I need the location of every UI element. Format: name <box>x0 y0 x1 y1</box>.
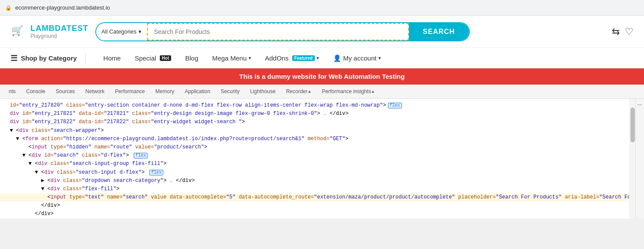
logo-cart-icon: 🛒 <box>10 21 29 42</box>
browser-bar: 🔒 ecommerce-playground.lambdatest.io <box>0 0 644 16</box>
nav-mega-menu[interactable]: Mega Menu ▾ <box>205 48 258 69</box>
perf-insights-badge: ▲ <box>371 89 375 94</box>
nav-bar: ☰ Shop by Category Home Special Hot Blog… <box>0 47 644 68</box>
flex-badge-2[interactable]: flex <box>134 153 148 158</box>
code-line-1: id="entry_217820" class="entry-section c… <box>0 101 629 110</box>
wishlist-icon[interactable]: ♡ <box>625 26 634 37</box>
tab-memory[interactable]: Memory <box>150 85 179 99</box>
code-area[interactable]: id="entry_217820" class="entry-section c… <box>0 99 629 219</box>
search-input[interactable] <box>147 23 409 40</box>
right-panel: } <box>635 99 644 219</box>
code-line-9: ▼ <div class="search-input d-flex"> flex <box>0 168 629 177</box>
header: 🛒 LAMBDATEST Playground All Categories ▾… <box>0 16 644 47</box>
tab-security[interactable]: Security <box>216 85 245 99</box>
svg-text:🛒: 🛒 <box>11 25 24 37</box>
shop-by-category-label: Shop by Category <box>21 54 77 62</box>
code-line-8: ▼ <div class="search-input-group flex-fi… <box>0 160 629 168</box>
addons-arrow-icon: ▾ <box>317 55 319 61</box>
nav-home-label: Home <box>103 54 121 62</box>
code-line-7: ▼ <div id="search" class="d-flex"> flex <box>0 151 629 160</box>
nav-special[interactable]: Special Hot <box>128 48 178 69</box>
code-line-6: <input type="hidden" name="route" value=… <box>0 143 629 151</box>
promo-banner-text: This is a dummy website for Web Automati… <box>239 73 405 80</box>
scrollbar-thumb <box>631 108 635 142</box>
code-line-4: ▼ <div class="search-wrapper"> <box>0 127 629 135</box>
code-line-14: </div> <box>0 210 629 218</box>
code-line-11: ▼ <div class="flex-fill"> <box>0 185 629 193</box>
logo-playground: Playground <box>30 33 88 39</box>
devtools: nts Console Sources Network Performance … <box>0 84 644 219</box>
nav-special-label: Special <box>135 54 156 62</box>
website: 🛒 LAMBDATEST Playground All Categories ▾… <box>0 16 644 84</box>
nav-blog-label: Blog <box>185 54 198 62</box>
tab-recorder[interactable]: Recorder ▲ <box>281 85 317 99</box>
tab-elements[interactable]: nts <box>3 85 21 99</box>
logo-area: 🛒 LAMBDATEST Playground <box>10 21 88 42</box>
devtools-content: id="entry_217820" class="entry-section c… <box>0 99 644 219</box>
logo-text: LAMBDATEST Playground <box>30 24 88 39</box>
hot-badge: Hot <box>160 55 172 61</box>
search-button[interactable]: SEARCH <box>409 23 469 40</box>
code-line-13: </div> <box>0 202 629 210</box>
mega-menu-arrow-icon: ▾ <box>249 55 251 61</box>
back-forward-icon[interactable]: ⇆ <box>612 26 620 37</box>
tab-performance[interactable]: Performance <box>110 85 150 99</box>
category-label: All Categories <box>101 28 137 35</box>
lock-icon: 🔒 <box>5 5 12 11</box>
flex-badge-3[interactable]: flex <box>149 170 163 175</box>
search-bar: All Categories ▾ SEARCH <box>95 22 470 41</box>
code-line-12[interactable]: <input type="text" name="search" value d… <box>0 193 629 202</box>
hamburger-icon: ☰ <box>10 54 17 63</box>
tab-network[interactable]: Network <box>80 85 110 99</box>
scrollbar[interactable] <box>629 99 635 219</box>
promo-banner: This is a dummy website for Web Automati… <box>0 68 644 84</box>
shop-by-category[interactable]: ☰ Shop by Category <box>10 54 86 63</box>
code-line-10: ▶ <div class="dropdown search-category">… <box>0 177 629 185</box>
logo-lambdatest[interactable]: LAMBDATEST <box>30 24 88 33</box>
tab-sources[interactable]: Sources <box>51 85 80 99</box>
nav-addons[interactable]: AddOns Featured ▾ <box>258 48 326 69</box>
code-line-3: div id="entry_217822" data-id="217822" c… <box>0 118 629 126</box>
nav-home[interactable]: Home <box>96 48 128 69</box>
code-line-2: div id="entry_217821" data-id="217821" c… <box>0 110 629 118</box>
tab-performance-insights[interactable]: Performance insights ▲ <box>317 85 380 99</box>
right-panel-content: } <box>637 101 642 105</box>
code-line-5: ▼ <form action="https://ecommerce-playgr… <box>0 135 629 143</box>
nav-my-account-label: My account <box>343 54 377 62</box>
featured-badge: Featured <box>292 55 315 61</box>
nav-mega-menu-label: Mega Menu <box>212 54 246 62</box>
nav-addons-label: AddOns <box>265 54 289 62</box>
my-account-arrow-icon: ▾ <box>378 55 381 61</box>
header-icons: ⇆ ♡ <box>612 26 634 37</box>
tab-console[interactable]: Console <box>21 85 51 99</box>
category-dropdown[interactable]: All Categories ▾ <box>96 23 147 40</box>
recorder-badge: ▲ <box>307 89 311 94</box>
tab-lighthouse[interactable]: Lighthouse <box>245 85 281 99</box>
dropdown-arrow-icon: ▾ <box>138 28 142 35</box>
flex-badge-1[interactable]: flex <box>388 103 402 108</box>
nav-blog[interactable]: Blog <box>178 48 205 69</box>
my-account-person-icon: 👤 <box>333 54 341 62</box>
nav-my-account[interactable]: 👤 My account ▾ <box>326 48 388 69</box>
url-bar[interactable]: ecommerce-playground.lambdatest.io <box>15 4 110 11</box>
tab-application[interactable]: Application <box>179 85 216 99</box>
devtools-tabs: nts Console Sources Network Performance … <box>0 85 644 99</box>
nav-links: Home Special Hot Blog Mega Menu ▾ AddOns… <box>86 48 634 69</box>
